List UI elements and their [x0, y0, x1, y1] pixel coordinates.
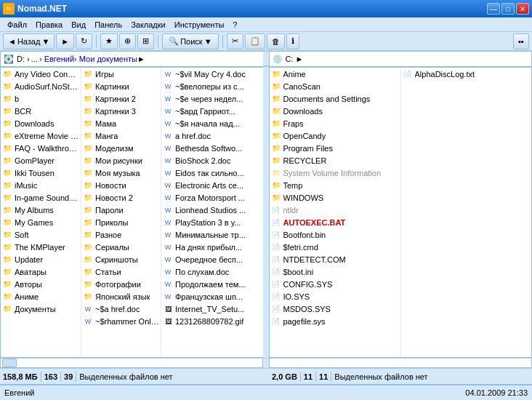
list-item[interactable]: 📁b	[1, 92, 81, 105]
list-item[interactable]: WПродолжаем тем...	[161, 278, 263, 290]
list-item[interactable]: 📁Any Video Conver...	[1, 68, 81, 80]
menu-edit[interactable]: Правка	[31, 19, 67, 31]
right-file-panel[interactable]: 📁Anime 📁CanoScan 📁Documents and Settings…	[269, 67, 533, 358]
list-item[interactable]: 📁WINDOWS	[270, 191, 400, 204]
menu-file[interactable]: Файл	[3, 19, 31, 31]
list-item[interactable]: 📄AlphaDiscLog.txt	[401, 68, 532, 80]
list-item[interactable]: 📁Downloads	[270, 105, 400, 117]
list-item[interactable]: 📁Картинки 3	[81, 105, 161, 117]
list-item[interactable]: 📁Temp	[270, 179, 400, 191]
list-item[interactable]: 📁AudioSurf.NoStea...	[1, 80, 81, 92]
list-item[interactable]: 📁Мама	[81, 117, 161, 129]
list-item[interactable]: 📁Аватары	[1, 265, 81, 278]
list-item[interactable]: WОчередное бесп...	[161, 253, 263, 265]
right-scrollbar[interactable]	[269, 359, 532, 368]
list-item[interactable]: 📁Program Files	[270, 142, 400, 154]
list-item[interactable]: WForza Motorsport ...	[161, 191, 263, 204]
list-item[interactable]: 📄NTDETECT.COM	[270, 253, 400, 265]
list-item[interactable]: 📁Новости 2	[81, 191, 161, 204]
list-item[interactable]: 📄ntldr	[270, 204, 400, 216]
list-item[interactable]: 📄CONFIG.SYS	[270, 278, 400, 290]
list-item[interactable]: W~$ард Гарриот...	[161, 105, 263, 117]
left-address-bar[interactable]: 💽 D: › ... › Евгений › Мои документы ►	[0, 51, 263, 67]
list-item[interactable]: 📁Моделизм	[81, 142, 161, 154]
list-item[interactable]: 📁Манга	[81, 129, 161, 142]
list-item[interactable]: 📁iMusic	[1, 179, 81, 191]
minimize-button[interactable]: —	[487, 3, 500, 15]
forward-button[interactable]: ►	[56, 33, 74, 49]
list-item[interactable]: 📁Картинки	[81, 80, 161, 92]
home-button[interactable]: ★	[100, 33, 118, 49]
maximize-button[interactable]: □	[501, 3, 515, 15]
list-item[interactable]: 📁Сериалы	[81, 241, 161, 253]
list-item[interactable]: 📁Фотографии	[81, 278, 161, 290]
list-item[interactable]: 📁eXtreme Movie M...	[1, 129, 81, 142]
list-item[interactable]: 📄AUTOEXEC.BAT	[270, 216, 400, 228]
list-item[interactable]: 📁System Volume Information	[270, 167, 400, 179]
list-item[interactable]: WBethesda Softwo...	[161, 142, 263, 154]
menu-view[interactable]: Вид	[67, 19, 90, 31]
list-item[interactable]: W~$vil May Cry 4.doc	[161, 68, 263, 80]
menu-panel[interactable]: Панель	[90, 19, 126, 31]
list-item[interactable]: WМинимальные тр...	[161, 228, 263, 241]
list-item[interactable]: 📁Японский язык	[81, 290, 161, 303]
list-item[interactable]: 📁Документы	[1, 303, 81, 315]
list-item[interactable]: 📁Скриншоты	[81, 253, 161, 265]
list-item[interactable]: 📁BCR	[1, 105, 81, 117]
list-item[interactable]: 📁Моя музыка	[81, 167, 161, 179]
paste-button[interactable]: ⊞	[137, 33, 154, 49]
list-item[interactable]: Wa href.doc	[161, 129, 263, 142]
list-item[interactable]: 📁Ikki Tousen	[1, 167, 81, 179]
list-item[interactable]: 📁Аниме	[1, 290, 81, 303]
list-item[interactable]: 📄pagefile.sys	[270, 315, 400, 327]
copy2-button[interactable]: 📋	[245, 33, 265, 49]
left-address-user[interactable]: › Евгений	[39, 55, 74, 63]
list-item[interactable]: 📁The KMPlayer	[1, 241, 81, 253]
cmd-button[interactable]: ▪▪	[513, 33, 529, 49]
list-item[interactable]: W~$я начала над...	[161, 117, 263, 129]
list-item[interactable]: WПо слухам.doc	[161, 265, 263, 278]
list-item[interactable]: W~$е через недел...	[161, 92, 263, 105]
list-item[interactable]: W~$rhammer Onlin...	[81, 315, 161, 327]
list-item[interactable]: 📁Documents and Settings	[270, 92, 400, 105]
list-item[interactable]: 📁Разное	[81, 228, 161, 241]
back-button[interactable]: ◄ Назад ▼	[3, 33, 55, 49]
list-item[interactable]: WBioShock 2.doc	[161, 154, 263, 167]
left-address-mydocs[interactable]: › Мои документы	[74, 55, 137, 63]
list-item[interactable]: 📁Downloads	[1, 117, 81, 129]
list-item[interactable]: 📁Soft	[1, 228, 81, 241]
list-item[interactable]: 📁Картинки 2	[81, 92, 161, 105]
list-item[interactable]: 📁Новости	[81, 179, 161, 191]
list-item[interactable]: 📄MSDOS.SYS	[270, 303, 400, 315]
list-item[interactable]: 📁Статьи	[81, 265, 161, 278]
list-item[interactable]: 📁OpenCandy	[270, 129, 400, 142]
list-item[interactable]: WФранцузская шп...	[161, 290, 263, 303]
list-item[interactable]: 📄Bootfont.bin	[270, 228, 400, 241]
menu-help[interactable]: ?	[228, 19, 241, 31]
refresh-button[interactable]: ↻	[76, 33, 92, 49]
list-item[interactable]: 📁Мои рисунки	[81, 154, 161, 167]
list-item[interactable]: 📁Anime	[270, 68, 400, 80]
left-scroll-thumb[interactable]	[2, 359, 17, 367]
list-item[interactable]: 📁My Albums	[1, 204, 81, 216]
list-item[interactable]: 📄IO.SYS	[270, 290, 400, 303]
list-item[interactable]: 🖼1231268809782.gif	[161, 315, 263, 327]
list-item[interactable]: WLionhead Studios ...	[161, 204, 263, 216]
search-button[interactable]: 🔍 Поиск ▼	[162, 33, 218, 49]
menu-tools[interactable]: Инструменты	[170, 19, 229, 31]
left-scrollbar[interactable]	[0, 359, 263, 368]
list-item[interactable]: 📁CanoScan	[270, 80, 400, 92]
list-item[interactable]: 📁Пароли	[81, 204, 161, 216]
list-item[interactable]: 📁Приколы	[81, 216, 161, 228]
list-item[interactable]: 📁Авторы	[1, 278, 81, 290]
copy-button[interactable]: ⊕	[119, 33, 136, 49]
list-item[interactable]: 📁Игры	[81, 68, 161, 80]
cut-button[interactable]: ✂	[227, 33, 243, 49]
list-item[interactable]: 📁Updater	[1, 253, 81, 265]
list-item[interactable]: WPlayStation 3 в у...	[161, 216, 263, 228]
delete-button[interactable]: 🗑	[267, 33, 285, 49]
list-item[interactable]: 🖼Internet_TV_Setu...	[161, 303, 263, 315]
list-item[interactable]: WНа днях прибыл...	[161, 241, 263, 253]
list-item[interactable]: 📁RECYCLER	[270, 154, 400, 167]
menu-bookmarks[interactable]: Закладки	[126, 19, 170, 31]
